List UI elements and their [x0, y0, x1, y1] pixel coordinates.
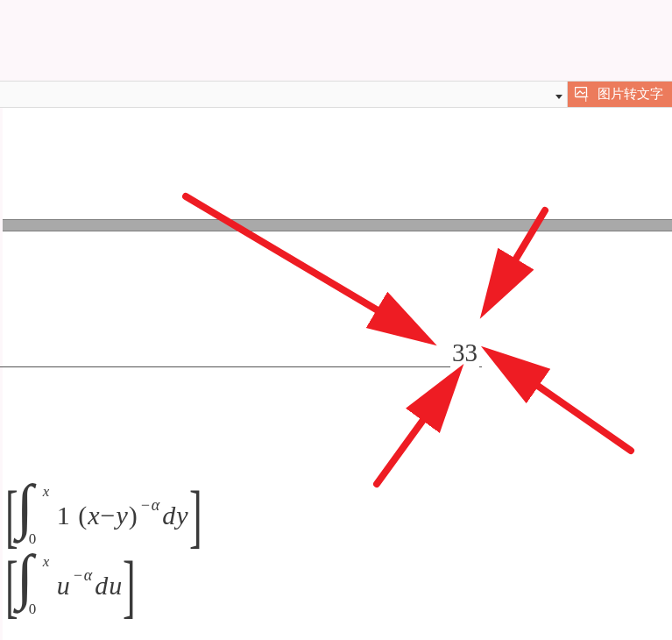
toolbar: T 图片转文字 — [0, 81, 672, 108]
integral-2: ∫ x 0 — [17, 555, 52, 616]
exponent: −α — [140, 496, 161, 515]
toolbar-spacer — [0, 82, 551, 107]
chevron-down-icon — [555, 87, 562, 103]
right-bracket-icon: ] — [189, 485, 202, 546]
page-rule-line — [0, 366, 482, 367]
formula-2: [ ∫ x 0 u −α du ] — [0, 552, 207, 619]
image-to-text-button[interactable]: T 图片转文字 — [567, 82, 672, 107]
top-blank-strip — [3, 0, 672, 81]
right-bracket-icon: ] — [123, 555, 136, 616]
image-to-text-icon: T — [575, 87, 592, 103]
exponent: −α — [73, 566, 94, 585]
toolbar-dropdown[interactable] — [551, 82, 567, 107]
integral-upper: x — [43, 553, 50, 571]
page-number: 33 — [450, 338, 479, 367]
image-to-text-label: 图片转文字 — [598, 86, 663, 103]
formula-body: u −α du — [57, 571, 124, 601]
svg-marker-0 — [555, 95, 562, 99]
integral-upper: x — [43, 483, 50, 501]
integral-lower: 0 — [29, 601, 37, 618]
page-gap — [3, 219, 672, 231]
svg-text:T: T — [584, 95, 589, 103]
formula-body: 1 ( x − y ) −α dy — [57, 501, 189, 530]
formula-block: [ ∫ x 0 1 ( x − y ) −α dy ] [ ∫ x 0 u −α… — [0, 482, 207, 622]
